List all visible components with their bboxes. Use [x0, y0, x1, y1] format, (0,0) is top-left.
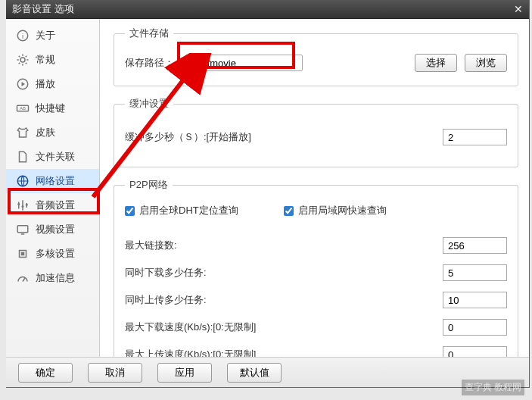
svg-rect-12	[21, 252, 25, 256]
equalizer-icon	[15, 198, 30, 213]
ok-button[interactable]: 确定	[18, 363, 73, 383]
svg-point-2	[20, 58, 25, 62]
buffer-label: 缓冲多少秒（Ｓ）:[开始播放]	[125, 130, 443, 144]
svg-text:i: i	[22, 32, 23, 40]
sidebar-item-general[interactable]: 常规	[6, 48, 99, 72]
path-label: 保存路径：	[125, 56, 178, 70]
sidebar-item-hotkeys[interactable]: AB 快捷键	[6, 96, 99, 120]
sidebar-item-label: 常规	[36, 53, 55, 67]
sidebar-item-network[interactable]: 网络设置	[6, 169, 99, 193]
concurrent-uploads-input[interactable]	[443, 292, 507, 308]
default-button[interactable]: 默认值	[227, 363, 282, 383]
sidebar-item-label: 文件关联	[36, 150, 75, 164]
dht-checkbox[interactable]: 启用全球DHT定位查询	[125, 204, 238, 217]
group-buffer: 缓冲设置 缓冲多少秒（Ｓ）:[开始播放]	[114, 97, 518, 167]
content-area: 文件存储 保存路径： 选择 浏览 缓冲设置 缓冲多少秒（Ｓ）:[开始播放] P2…	[100, 19, 529, 357]
concurrent-uploads-label: 同时上传多少任务:	[125, 293, 443, 307]
concurrent-downloads-label: 同时下载多少任务:	[125, 266, 443, 280]
max-download-speed-input[interactable]	[443, 319, 507, 336]
lan-checkbox-label: 启用局域网快速查询	[298, 204, 387, 217]
lan-checkbox[interactable]: 启用局域网快速查询	[284, 204, 387, 217]
cancel-button[interactable]: 取消	[88, 363, 142, 383]
group-p2p: P2P网络 启用全球DHT定位查询 启用局域网快速查询 最大链接数:	[114, 178, 518, 357]
group-storage: 文件存储 保存路径： 选择 浏览	[114, 27, 518, 86]
window-title: 影音设置 选项	[12, 2, 74, 16]
sidebar-item-accel[interactable]: 加速信息	[6, 266, 99, 290]
keyboard-icon: AB	[15, 101, 30, 116]
sidebar-item-label: 多核设置	[36, 247, 75, 261]
max-connections-input[interactable]	[443, 237, 507, 254]
svg-text:AB: AB	[20, 106, 26, 111]
dht-checkbox-label: 启用全球DHT定位查询	[139, 204, 238, 217]
globe-icon	[15, 173, 30, 189]
sidebar-item-playback[interactable]: 播放	[6, 72, 99, 96]
close-icon[interactable]: ✕	[514, 3, 523, 15]
play-icon	[15, 77, 30, 92]
apply-button[interactable]: 应用	[157, 363, 212, 383]
monitor-icon	[15, 222, 30, 237]
sidebar-item-label: 视频设置	[36, 223, 75, 236]
sidebar-item-label: 加速信息	[36, 271, 75, 285]
max-download-speed-label: 最大下载速度(Kb/s):[0:无限制]	[125, 320, 443, 334]
max-upload-speed-input[interactable]	[443, 346, 507, 357]
tshirt-icon	[15, 125, 30, 140]
file-icon	[15, 149, 30, 164]
max-connections-label: 最大链接数:	[125, 239, 443, 252]
svg-rect-10	[17, 226, 28, 233]
sidebar-item-label: 关于	[36, 29, 55, 42]
sidebar-item-label: 音频设置	[36, 198, 75, 212]
sidebar-item-label: 网络设置	[36, 174, 75, 188]
group-legend: 缓冲设置	[125, 97, 173, 111]
sidebar-item-about[interactable]: i 关于	[6, 23, 99, 48]
sidebar-item-video[interactable]: 视频设置	[6, 217, 99, 242]
group-legend: 文件存储	[125, 27, 173, 40]
watermark: 查字典 教程网	[462, 380, 524, 395]
buffer-seconds-input[interactable]	[443, 129, 507, 145]
info-icon: i	[15, 28, 30, 43]
svg-point-8	[22, 205, 24, 208]
chip-icon	[15, 246, 30, 261]
select-button[interactable]: 选择	[415, 54, 457, 72]
footer: 确定 取消 应用 默认值	[6, 357, 529, 387]
sidebar-item-skin[interactable]: 皮肤	[6, 120, 99, 145]
max-upload-speed-label: 最大上传速度(Kb/s):[0:无限制]	[125, 348, 443, 357]
sidebar: i 关于 常规 播放 AB 快捷键 皮肤 文件关联	[6, 19, 100, 357]
svg-point-9	[26, 204, 28, 206]
sidebar-item-audio[interactable]: 音频设置	[6, 193, 99, 217]
title-bar: 影音设置 选项 ✕	[6, 0, 529, 19]
sidebar-item-label: 皮肤	[36, 126, 55, 139]
dht-checkbox-input[interactable]	[125, 206, 135, 216]
sidebar-item-label: 播放	[36, 77, 55, 91]
svg-point-7	[17, 203, 20, 205]
concurrent-downloads-input[interactable]	[443, 264, 507, 281]
sidebar-item-label: 快捷键	[36, 102, 65, 115]
gear-icon	[15, 52, 30, 67]
speed-icon	[15, 270, 30, 286]
sidebar-item-multicore[interactable]: 多核设置	[6, 242, 99, 266]
save-path-input[interactable]	[185, 55, 303, 71]
sidebar-item-file-assoc[interactable]: 文件关联	[6, 145, 99, 169]
group-legend: P2P网络	[125, 178, 173, 192]
browse-button[interactable]: 浏览	[465, 54, 507, 72]
lan-checkbox-input[interactable]	[284, 206, 294, 216]
